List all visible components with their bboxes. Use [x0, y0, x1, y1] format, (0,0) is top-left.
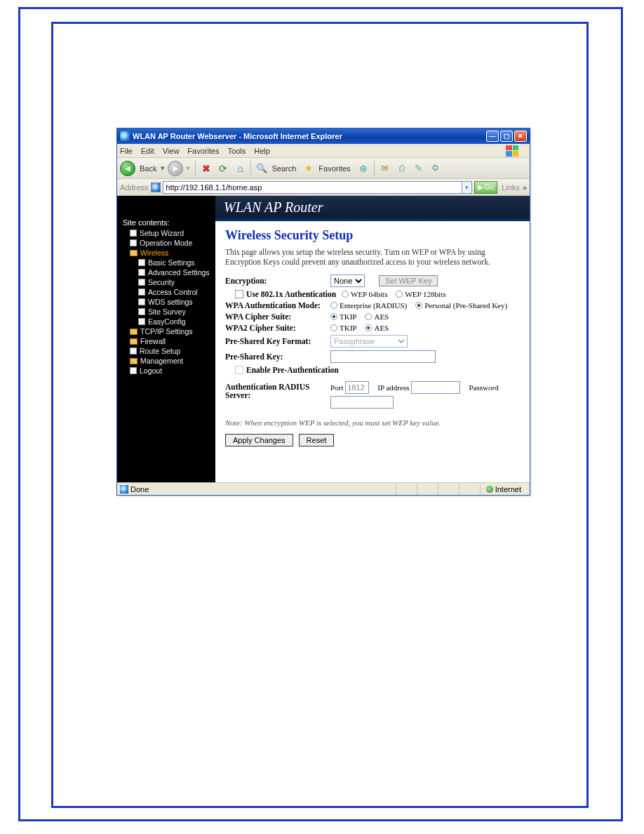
wpa2-aes-radio[interactable] — [365, 324, 372, 331]
close-button[interactable]: ✕ — [514, 131, 527, 142]
sidebar-item-access-control[interactable]: Access Control — [120, 287, 213, 297]
wpa-tkip-radio[interactable] — [330, 313, 337, 320]
file-icon — [130, 230, 137, 237]
address-dropdown-icon[interactable]: ▾ — [462, 181, 472, 194]
sidebar-item-easyconfig[interactable]: EasyConfig — [120, 317, 213, 326]
media-icon[interactable]: ⊛ — [357, 162, 370, 175]
wpa-personal-label: Personal (Pre-Shared Key) — [424, 301, 507, 310]
search-icon[interactable]: 🔍 — [255, 162, 268, 175]
sidebar-item-wireless[interactable]: Wireless — [120, 248, 213, 258]
menu-tools[interactable]: Tools — [228, 147, 246, 155]
print-icon[interactable]: ⎙ — [396, 162, 408, 175]
sidebar-item-label: Wireless — [140, 249, 168, 257]
sidebar-item-label: Basic Settings — [148, 258, 195, 267]
refresh-icon[interactable]: ⟳ — [217, 162, 229, 175]
forward-dropdown-icon[interactable]: ▾ — [186, 164, 190, 173]
wpa-personal-radio[interactable] — [415, 302, 422, 309]
sidebar-item-firewall[interactable]: Firewall — [120, 336, 213, 346]
psk-input[interactable] — [330, 350, 436, 363]
favorites-icon[interactable]: ★ — [302, 162, 315, 175]
wpa2-tkip-radio[interactable] — [330, 324, 337, 331]
radius-port-input[interactable] — [345, 381, 369, 394]
back-label: Back — [140, 164, 156, 173]
preauth-checkbox[interactable] — [235, 366, 243, 374]
discuss-icon[interactable]: ✪ — [429, 162, 442, 175]
windows-flag-icon — [506, 145, 518, 157]
apply-changes-button[interactable]: Apply Changes — [225, 434, 293, 446]
favorites-label: Favorites — [318, 164, 350, 173]
sidebar-item-label: Advanced Settings — [148, 268, 210, 277]
sidebar-item-setup-wizard[interactable]: Setup Wizard — [120, 228, 213, 238]
wpa2-aes-label: AES — [374, 324, 389, 332]
ie-icon — [120, 131, 130, 141]
psk-format-label: Pre-Shared Key Format: — [225, 337, 330, 345]
sidebar-item-label: Site Survey — [148, 307, 186, 316]
links-expand-icon[interactable]: » — [523, 183, 527, 192]
menu-edit[interactable]: Edit — [141, 147, 154, 155]
sidebar-item-basic-settings[interactable]: Basic Settings — [120, 258, 213, 267]
radius-password-input[interactable] — [330, 396, 394, 409]
wpa-enterprise-radio[interactable] — [330, 302, 337, 309]
wep-128-radio[interactable] — [396, 291, 403, 298]
sidebar-item-management[interactable]: Management — [120, 356, 213, 366]
sidebar-item-label: EasyConfig — [148, 317, 186, 326]
wpa2-tkip-label: TKIP — [340, 324, 356, 332]
sidebar-item-route-setup[interactable]: Route Setup — [120, 346, 213, 356]
file-icon — [138, 318, 145, 325]
file-icon — [130, 239, 137, 246]
page-viewport: Site contents: Setup WizardOperation Mod… — [117, 196, 530, 482]
sidebar-item-label: Route Setup — [140, 347, 180, 355]
file-icon — [138, 308, 145, 315]
links-label[interactable]: Links — [502, 183, 520, 192]
sidebar-item-label: Security — [148, 278, 175, 286]
back-button[interactable]: ◄ — [120, 161, 135, 176]
wpa-aes-radio[interactable] — [365, 313, 372, 320]
sidebar-item-tcp-ip-settings[interactable]: TCP/IP Settings — [120, 326, 213, 336]
address-input[interactable] — [163, 181, 462, 194]
menu-file[interactable]: File — [120, 147, 133, 155]
sidebar-item-label: Management — [140, 357, 183, 365]
sidebar-item-security[interactable]: Security — [120, 277, 213, 287]
menubar: File Edit View Favorites Tools Help — [117, 144, 530, 158]
reset-button[interactable]: Reset — [299, 434, 335, 446]
wpa-mode-label: WPA Authentication Mode: — [225, 301, 330, 310]
wep-128-label: WEP 128bits — [405, 290, 445, 298]
file-icon — [138, 259, 145, 266]
stop-icon[interactable]: ✖ — [200, 162, 213, 175]
note-text: Note: When encryption WEP is selected, y… — [225, 418, 520, 427]
address-bar: Address ▾ ▶ Go Links » — [117, 179, 530, 196]
wep-64-radio[interactable] — [342, 291, 349, 298]
psk-format-select: Passphrase — [330, 335, 408, 348]
radius-ip-input[interactable] — [411, 381, 460, 394]
wpa-enterprise-label: Enterprise (RADIUS) — [340, 301, 407, 310]
menu-view[interactable]: View — [163, 147, 180, 155]
mail-icon[interactable]: ✉ — [379, 162, 391, 175]
set-wep-key-button[interactable]: Set WEP Key — [379, 275, 438, 286]
use-8021x-checkbox[interactable] — [235, 290, 243, 298]
edit-icon[interactable]: ✎ — [412, 162, 425, 175]
back-dropdown-icon[interactable]: ▾ — [161, 164, 165, 173]
sidebar-item-wds-settings[interactable]: WDS settings — [120, 297, 213, 307]
banner-title: WLAN AP Router — [224, 199, 323, 216]
file-icon — [138, 298, 145, 305]
forward-button[interactable]: ► — [168, 161, 183, 176]
separator — [374, 161, 375, 176]
sidebar-item-advanced-settings[interactable]: Advanced Settings — [120, 267, 213, 277]
maximize-button[interactable]: ▢ — [500, 131, 513, 142]
menu-favorites[interactable]: Favorites — [187, 147, 219, 155]
menu-help[interactable]: Help — [254, 147, 270, 155]
sidebar-item-site-survey[interactable]: Site Survey — [120, 307, 213, 317]
wpa2-cipher-label: WPA2 Cipher Suite: — [225, 324, 330, 332]
wpa-cipher-label: WPA Cipher Suite: — [225, 312, 330, 321]
home-icon[interactable]: ⌂ — [234, 162, 246, 175]
radius-port-label: Port — [330, 383, 343, 392]
radius-ip-label: IP address — [377, 383, 409, 392]
sidebar-item-operation-mode[interactable]: Operation Mode — [120, 238, 213, 248]
window-title: WLAN AP Router Webserver - Microsoft Int… — [133, 132, 485, 140]
encryption-select[interactable]: None — [330, 274, 365, 287]
address-label: Address — [120, 183, 148, 192]
file-icon — [138, 289, 145, 296]
go-button[interactable]: ▶ Go — [474, 181, 497, 194]
minimize-button[interactable]: — — [486, 131, 499, 142]
sidebar-item-logout[interactable]: Logout — [120, 366, 213, 376]
